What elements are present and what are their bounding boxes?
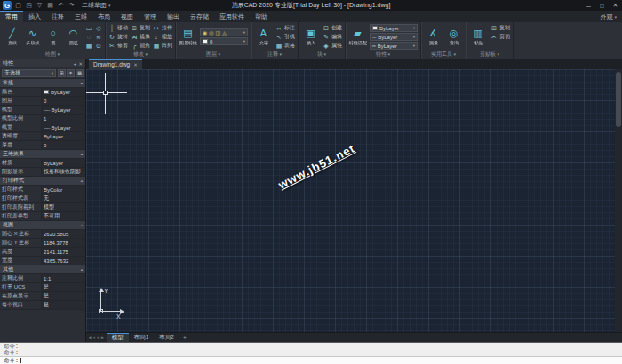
ribbon-button[interactable]: ↻旋转	[108, 33, 128, 41]
palette-row-value[interactable]: 是	[41, 301, 85, 309]
palette-row-value[interactable]: ──ByLayer	[41, 123, 85, 131]
app-logo-icon[interactable]: G	[3, 1, 12, 10]
palette-header[interactable]: 特性 ◂✕	[0, 59, 85, 67]
ribbon-button[interactable]: ┼移动	[108, 24, 128, 32]
ribbon-button[interactable]: ◈属性	[323, 42, 342, 50]
ribbon-button[interactable]: ○圆	[44, 28, 62, 47]
close-button[interactable]: ✕	[609, 0, 622, 11]
ribbon-button[interactable]: ▭	[85, 25, 92, 32]
layout-nav-button[interactable]: «	[89, 335, 92, 340]
palette-row-value[interactable]: 是	[41, 292, 85, 300]
ribbon-button[interactable]: ▦	[85, 43, 92, 50]
palette-row[interactable]: 线宽──ByLayer	[0, 123, 85, 132]
palette-row-value[interactable]: 0	[41, 97, 85, 105]
ribbon-tab[interactable]: 管理	[139, 11, 162, 22]
palette-section-header[interactable]: 其他	[0, 265, 85, 274]
palette-row[interactable]: 厚度0	[0, 141, 85, 150]
scrollbar-thumb[interactable]	[616, 72, 621, 127]
toggle-pickadd-button[interactable]: ⊞	[58, 69, 66, 77]
panel-label[interactable]: 绘图	[3, 51, 102, 59]
workspace-switcher[interactable]: 二维草图 ▾	[82, 1, 111, 10]
palette-row-value[interactable]: 投射和接收阴影	[41, 168, 85, 176]
new-icon[interactable]: ▢	[14, 2, 22, 9]
redo-icon[interactable]: ↷	[68, 2, 76, 9]
palette-section-header[interactable]: 视图	[0, 221, 85, 230]
palette-row[interactable]: 图层0	[0, 97, 85, 106]
ribbon-tab[interactable]: 视图	[116, 11, 139, 22]
palette-row[interactable]: 在原点显示是	[0, 292, 85, 301]
palette-row[interactable]: 阴影显示投射和接收阴影	[0, 168, 85, 177]
palette-row[interactable]: 高度2141.1175	[0, 248, 85, 257]
drawing-canvas[interactable]: www.jb51.net Y X	[86, 69, 615, 332]
selection-dropdown[interactable]: 无选择	[2, 69, 56, 77]
panel-label[interactable]: 剪贴板	[469, 51, 510, 59]
ribbon-button[interactable]: ✂剪切	[490, 33, 510, 41]
ribbon-tab[interactable]: 布局	[92, 11, 116, 22]
ribbon-button[interactable]: ◌	[85, 34, 92, 40]
panel-label[interactable]: 修改	[108, 51, 172, 59]
palette-section-header[interactable]: 常规	[0, 79, 85, 88]
add-layout-button[interactable]: +	[179, 333, 190, 342]
ribbon-button[interactable]: ↖引线	[275, 33, 295, 41]
palette-row-value[interactable]: ByLayer	[41, 88, 85, 96]
save-icon[interactable]: ▽	[36, 2, 44, 9]
palette-section-header[interactable]: 三维效果	[0, 150, 85, 159]
ribbon-button[interactable]: ▰特性匹配	[348, 28, 367, 47]
ribbon-button[interactable]: ⊙	[95, 43, 102, 50]
open-icon[interactable]: ◳	[25, 2, 33, 9]
palette-row-value[interactable]: 4365.7632	[41, 257, 85, 265]
palette-row[interactable]: 颜色ByLayer	[0, 88, 85, 97]
panel-label[interactable]: 实用工具	[424, 51, 463, 59]
ribbon-button[interactable]: ◇	[95, 25, 102, 32]
ribbon-button[interactable]: ∿多段线	[23, 28, 42, 47]
ribbon-tab[interactable]: 注释	[46, 11, 69, 22]
palette-row-value[interactable]: 无	[41, 194, 85, 202]
palette-row[interactable]: 线型──ByLayer	[0, 106, 85, 115]
layout-nav-button[interactable]: ›	[97, 335, 99, 340]
vertical-scrollbar[interactable]	[615, 69, 622, 332]
palette-row-value[interactable]: 1:1	[41, 274, 85, 282]
ribbon-dropdown[interactable]: ByLayer	[370, 24, 418, 32]
layout-nav-button[interactable]: ‹	[93, 335, 95, 340]
palette-row-value[interactable]: 是	[41, 283, 85, 291]
document-tab[interactable]: Drawing1.dwg ✕	[89, 59, 142, 69]
palette-row[interactable]: 线型比例1	[0, 115, 85, 123]
ribbon-button[interactable]: ↕缩放	[153, 33, 172, 41]
palette-row-value[interactable]: 2141.1175	[41, 248, 85, 256]
panel-label[interactable]: 特性	[348, 51, 418, 59]
ribbon-button[interactable]: ◠圆弧	[64, 28, 83, 47]
close-icon[interactable]: ✕	[78, 61, 83, 67]
close-icon[interactable]: ✕	[133, 62, 138, 67]
ribbon-dropdown[interactable]: 0	[200, 37, 248, 45]
undo-icon[interactable]: ↶	[57, 2, 65, 9]
ribbon-button[interactable]: ⊞复制	[131, 24, 150, 32]
ribbon-button[interactable]: ✂修剪	[108, 42, 128, 50]
palette-row[interactable]: 透明度ByLayer	[0, 132, 85, 141]
ribbon-button[interactable]: ⊞复制	[490, 24, 510, 32]
command-input[interactable]: 命令:	[0, 357, 622, 364]
ribbon-button[interactable]: A文字	[254, 28, 273, 47]
palette-row-value[interactable]: 模型	[41, 203, 85, 211]
ribbon-button[interactable]: ⊡创建	[323, 24, 342, 32]
maximize-button[interactable]: □	[595, 0, 609, 11]
ribbon-button[interactable]: ╱直线	[3, 28, 21, 47]
ribbon-tab[interactable]: 云存储	[185, 11, 214, 22]
palette-row-value[interactable]: 0	[41, 141, 85, 149]
minimize-button[interactable]: ─	[582, 0, 595, 11]
quick-select-button[interactable]: ▦	[76, 69, 84, 77]
ribbon-button[interactable]: ↔标注	[275, 24, 295, 32]
palette-row[interactable]: 材质ByLayer	[0, 159, 85, 168]
ribbon-dropdown[interactable]: ━ByLayer	[370, 42, 418, 50]
panel-label[interactable]: 图层	[179, 51, 248, 59]
palette-row-value[interactable]: ByColor	[41, 186, 85, 194]
select-objects-button[interactable]: ✦	[67, 69, 75, 77]
ribbon-tab[interactable]: 三维	[69, 11, 92, 22]
ribbon-button[interactable]: ▤图层特性	[179, 28, 197, 47]
ribbon-button[interactable]: ▥粘贴	[469, 28, 488, 47]
palette-section-header[interactable]: 打印样式	[0, 177, 85, 186]
palette-row[interactable]: 打印表附着到模型	[0, 203, 85, 212]
layout-nav-button[interactable]: »	[100, 335, 103, 340]
palette-row[interactable]: 打印样式ByColor	[0, 186, 85, 194]
ribbon-button[interactable]: ╭圆角	[131, 42, 150, 50]
ribbon-button[interactable]: ▦阵列	[153, 42, 172, 50]
